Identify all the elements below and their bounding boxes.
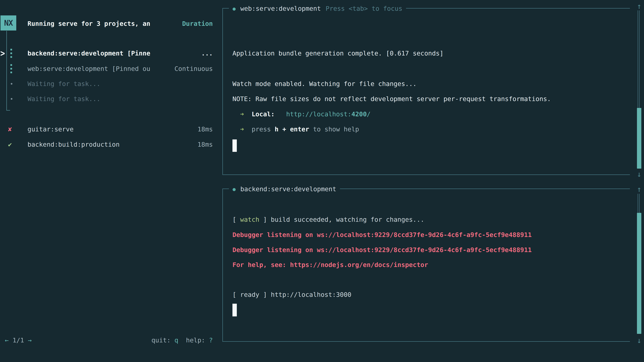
gap <box>275 110 286 118</box>
scroll-down-icon[interactable]: ↓ <box>636 337 642 344</box>
panel-title: backend:serve:development <box>240 185 336 193</box>
terminal-line: Application bundle generation complete. … <box>232 46 444 61</box>
scrollbar-track[interactable] <box>638 10 640 108</box>
panel-title: web:serve:development <box>240 5 321 12</box>
task-failed-icon: ✘ <box>8 122 12 137</box>
terminal-cursor <box>232 304 237 317</box>
terminal-line-ready: [ ready ] http://localhost:3000 <box>232 287 351 302</box>
scroll-down-icon[interactable]: ↓ <box>636 170 642 178</box>
local-label: Local: <box>252 110 274 118</box>
waiting-dot-icon <box>11 83 12 85</box>
hint-gap <box>178 337 186 344</box>
terminal-line-inspector-help: For help, see: https://nodejs.org/en/doc… <box>232 257 428 272</box>
focus-hint: Press <tab> to focus <box>326 5 402 12</box>
running-spinner-icon <box>10 49 12 58</box>
bracket-close: ] <box>259 216 271 223</box>
pager-page-indicator: 1/1 <box>12 337 24 344</box>
press-keys: h + enter <box>275 125 309 133</box>
task-list-pane: NX Running serve for 3 projects, an Dura… <box>0 0 221 362</box>
scrollbar-thumb[interactable] <box>637 108 641 169</box>
pager: ← 1/1 → <box>5 333 32 348</box>
task-row-guitar-serve[interactable]: ✘ guitar:serve 18ms <box>0 122 221 137</box>
local-url[interactable]: http://localhost: <box>286 110 351 118</box>
task-row-waiting-2[interactable]: Waiting for task... <box>0 91 221 106</box>
task-success-icon: ✔ <box>8 137 12 152</box>
task-name: backend:build:production <box>28 137 120 152</box>
terminal-line-local-url: ➜ Local: http://localhost: 4200 / <box>232 107 371 122</box>
duration-column-header: Duration <box>182 16 213 31</box>
arrow-icon: ➜ <box>232 125 252 133</box>
running-dot-icon: ● <box>232 186 236 192</box>
terminal-line: Watch mode enabled. Watching for file ch… <box>232 76 416 91</box>
scroll-up-icon[interactable]: ↑ <box>636 2 642 10</box>
task-name: Waiting for task... <box>28 91 100 106</box>
scroll-up-icon[interactable]: ↑ <box>636 185 642 193</box>
task-row-backend-serve[interactable]: > backend:serve:development [Pinne ... <box>0 46 221 61</box>
task-duration: 18ms <box>198 122 213 137</box>
terminal-cursor <box>232 139 237 152</box>
task-name: guitar:serve <box>28 122 74 137</box>
keyboard-hints: quit: q help: ? <box>152 333 213 348</box>
terminal-line-debugger: Debugger listening on ws://localhost:922… <box>232 242 532 257</box>
panel-header: ● web:serve:development Press <tab> to f… <box>229 4 406 13</box>
watch-word: watch <box>240 216 259 223</box>
nx-logo: NX <box>0 15 16 30</box>
press-word: press <box>252 125 274 133</box>
task-row-waiting-1[interactable]: Waiting for task... <box>0 76 221 91</box>
terminal-line: NOTE: Raw file sizes do not reflect deve… <box>232 91 551 106</box>
help-hint-label: help: <box>186 337 209 344</box>
help-key: ? <box>209 337 213 344</box>
task-tree-line-foot <box>6 110 10 111</box>
terminal-panel-web-serve[interactable]: ● web:serve:development Press <tab> to f… <box>222 8 630 175</box>
press-rest: to show help <box>309 125 359 133</box>
local-port[interactable]: 4200 <box>351 110 367 118</box>
task-status-value: Continuous <box>174 61 213 76</box>
quit-key: q <box>174 337 178 344</box>
terminal-line-watch: [ watch ] build succeeded, watching for … <box>232 212 424 227</box>
task-status-value: ... <box>201 46 213 61</box>
running-spinner-icon <box>10 64 12 73</box>
bracket-open: [ <box>232 216 240 223</box>
task-name: backend:serve:development [Pinne <box>28 46 150 61</box>
task-name: web:serve:development [Pinned ou <box>28 61 150 76</box>
local-url-slash[interactable]: / <box>367 110 371 118</box>
arrow-icon: ➜ <box>232 110 252 118</box>
page-title: Running serve for 3 projects, an <box>28 16 150 31</box>
task-row-web-serve[interactable]: web:serve:development [Pinned ou Continu… <box>0 61 221 76</box>
footer-bar: ← 1/1 → quit: q help: ? <box>0 333 221 348</box>
task-name: Waiting for task... <box>28 76 100 91</box>
scrollbar-panel-top: ↑ ↓ <box>636 2 642 180</box>
terminal-panel-backend-serve[interactable]: ● backend:serve:development [ watch ] bu… <box>222 189 630 342</box>
terminal-line-help-hint: ➜ press h + enter to show help <box>232 122 359 137</box>
scrollbar-thumb[interactable] <box>637 213 641 334</box>
scrollbar-track[interactable] <box>638 194 640 213</box>
scrollbar-panel-bottom: ↑ ↓ <box>636 185 642 346</box>
running-dot-icon: ● <box>232 6 236 11</box>
quit-hint-label: quit: <box>152 337 174 344</box>
pager-prev-icon[interactable]: ← <box>5 337 12 344</box>
waiting-dot-icon <box>11 98 12 100</box>
task-duration: 18ms <box>198 137 213 152</box>
terminal-line-debugger: Debugger listening on ws://localhost:922… <box>232 227 532 242</box>
watch-rest: build succeeded, watching for changes... <box>271 216 424 223</box>
task-row-backend-build[interactable]: ✔ backend:build:production 18ms <box>0 137 221 152</box>
panel-header: ● backend:serve:development <box>229 185 340 193</box>
pager-next-icon[interactable]: → <box>24 337 32 344</box>
selected-chevron-icon: > <box>0 44 5 62</box>
